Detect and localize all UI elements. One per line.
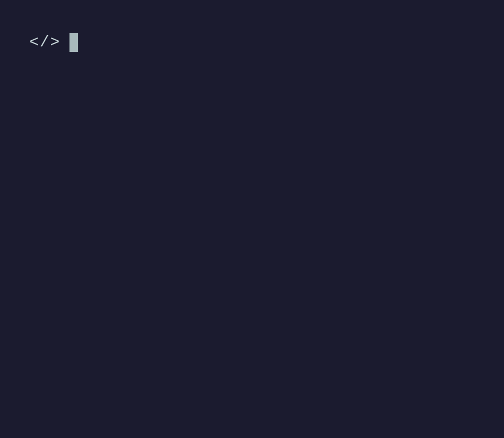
text-cursor <box>69 33 78 52</box>
terminal-input-area[interactable]: </> <box>0 0 504 85</box>
prompt-icon: </> <box>29 35 61 50</box>
